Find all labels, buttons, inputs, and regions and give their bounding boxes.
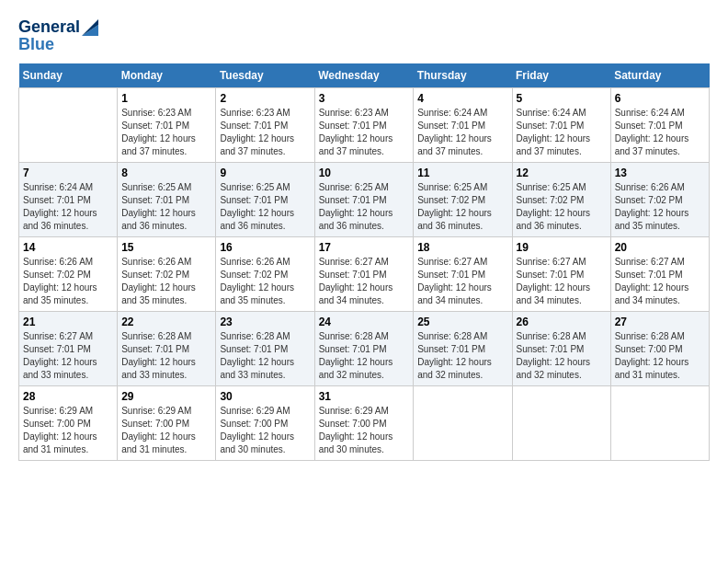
day-info: Sunrise: 6:29 AM Sunset: 7:00 PM Dayligh…: [121, 405, 211, 456]
day-number: 27: [615, 316, 705, 328]
day-info: Sunrise: 6:26 AM Sunset: 7:02 PM Dayligh…: [220, 256, 310, 307]
calendar-cell: 16Sunrise: 6:26 AM Sunset: 7:02 PM Dayli…: [216, 236, 314, 311]
day-info: Sunrise: 6:24 AM Sunset: 7:01 PM Dayligh…: [615, 107, 705, 158]
day-info: Sunrise: 6:29 AM Sunset: 7:00 PM Dayligh…: [319, 405, 410, 456]
day-info: Sunrise: 6:26 AM Sunset: 7:02 PM Dayligh…: [615, 181, 705, 233]
day-info: Sunrise: 6:28 AM Sunset: 7:00 PM Dayligh…: [615, 330, 705, 382]
day-of-week-header: Monday: [118, 63, 216, 88]
day-of-week-header: Thursday: [414, 63, 512, 88]
day-info: Sunrise: 6:28 AM Sunset: 7:01 PM Dayligh…: [319, 330, 410, 382]
day-number: 28: [23, 390, 113, 403]
day-number: 24: [319, 316, 410, 328]
day-number: 31: [319, 390, 410, 403]
calendar-cell: 15Sunrise: 6:26 AM Sunset: 7:02 PM Dayli…: [118, 236, 216, 311]
calendar-cell: [414, 385, 512, 460]
calendar-week-row: 1Sunrise: 6:23 AM Sunset: 7:01 PM Daylig…: [19, 87, 710, 162]
day-info: Sunrise: 6:25 AM Sunset: 7:02 PM Dayligh…: [517, 181, 607, 233]
day-info: Sunrise: 6:27 AM Sunset: 7:01 PM Dayligh…: [517, 256, 607, 307]
page-header: General Blue: [18, 18, 710, 54]
calendar-week-row: 21Sunrise: 6:27 AM Sunset: 7:01 PM Dayli…: [19, 311, 710, 385]
calendar-header: SundayMondayTuesdayWednesdayThursdayFrid…: [19, 63, 710, 88]
calendar-cell: 31Sunrise: 6:29 AM Sunset: 7:00 PM Dayli…: [314, 385, 414, 460]
day-of-week-header: Tuesday: [216, 63, 314, 88]
calendar-cell: 12Sunrise: 6:25 AM Sunset: 7:02 PM Dayli…: [512, 162, 610, 236]
day-info: Sunrise: 6:24 AM Sunset: 7:01 PM Dayligh…: [517, 107, 607, 158]
day-of-week-header: Wednesday: [314, 63, 414, 88]
calendar-body: 1Sunrise: 6:23 AM Sunset: 7:01 PM Daylig…: [19, 87, 710, 460]
logo-blue: Blue: [18, 35, 98, 54]
day-number: 12: [517, 167, 607, 179]
calendar-cell: 26Sunrise: 6:28 AM Sunset: 7:01 PM Dayli…: [512, 311, 610, 385]
day-info: Sunrise: 6:25 AM Sunset: 7:01 PM Dayligh…: [121, 181, 211, 233]
calendar-cell: 2Sunrise: 6:23 AM Sunset: 7:01 PM Daylig…: [216, 87, 314, 162]
calendar-cell: 24Sunrise: 6:28 AM Sunset: 7:01 PM Dayli…: [314, 311, 414, 385]
calendar-cell: 3Sunrise: 6:23 AM Sunset: 7:01 PM Daylig…: [314, 87, 414, 162]
day-number: 10: [319, 167, 410, 179]
day-number: 17: [319, 241, 410, 254]
day-info: Sunrise: 6:29 AM Sunset: 7:00 PM Dayligh…: [23, 405, 113, 456]
day-number: 6: [615, 92, 705, 105]
calendar-cell: 19Sunrise: 6:27 AM Sunset: 7:01 PM Dayli…: [512, 236, 610, 311]
calendar-cell: 23Sunrise: 6:28 AM Sunset: 7:01 PM Dayli…: [216, 311, 314, 385]
day-info: Sunrise: 6:27 AM Sunset: 7:01 PM Dayligh…: [417, 256, 507, 307]
day-info: Sunrise: 6:26 AM Sunset: 7:02 PM Dayligh…: [121, 256, 211, 307]
day-header-row: SundayMondayTuesdayWednesdayThursdayFrid…: [19, 63, 710, 88]
calendar-cell: 28Sunrise: 6:29 AM Sunset: 7:00 PM Dayli…: [19, 385, 118, 460]
day-number: 9: [220, 167, 310, 179]
calendar-cell: 7Sunrise: 6:24 AM Sunset: 7:01 PM Daylig…: [19, 162, 118, 236]
day-of-week-header: Friday: [512, 63, 610, 88]
calendar-cell: 18Sunrise: 6:27 AM Sunset: 7:01 PM Dayli…: [414, 236, 512, 311]
day-info: Sunrise: 6:25 AM Sunset: 7:02 PM Dayligh…: [417, 181, 507, 233]
calendar-cell: 20Sunrise: 6:27 AM Sunset: 7:01 PM Dayli…: [610, 236, 709, 311]
day-number: 13: [615, 167, 705, 179]
day-info: Sunrise: 6:26 AM Sunset: 7:02 PM Dayligh…: [23, 256, 113, 307]
day-number: 14: [23, 241, 113, 254]
day-info: Sunrise: 6:23 AM Sunset: 7:01 PM Dayligh…: [121, 107, 211, 158]
calendar-week-row: 28Sunrise: 6:29 AM Sunset: 7:00 PM Dayli…: [19, 385, 710, 460]
day-number: 7: [23, 167, 113, 179]
calendar-week-row: 7Sunrise: 6:24 AM Sunset: 7:01 PM Daylig…: [19, 162, 710, 236]
day-info: Sunrise: 6:23 AM Sunset: 7:01 PM Dayligh…: [319, 107, 410, 158]
calendar-cell: [610, 385, 709, 460]
day-number: 22: [121, 316, 211, 328]
day-number: 26: [517, 316, 607, 328]
calendar-cell: 6Sunrise: 6:24 AM Sunset: 7:01 PM Daylig…: [610, 87, 709, 162]
logo-text: General: [18, 18, 98, 37]
day-number: 2: [220, 92, 310, 105]
day-number: 25: [417, 316, 507, 328]
day-info: Sunrise: 6:25 AM Sunset: 7:01 PM Dayligh…: [220, 181, 310, 233]
day-number: 11: [417, 167, 507, 179]
day-info: Sunrise: 6:28 AM Sunset: 7:01 PM Dayligh…: [121, 330, 211, 382]
day-number: 20: [615, 241, 705, 254]
logo-icon: [82, 19, 98, 36]
day-info: Sunrise: 6:27 AM Sunset: 7:01 PM Dayligh…: [615, 256, 705, 307]
calendar-cell: [512, 385, 610, 460]
day-info: Sunrise: 6:24 AM Sunset: 7:01 PM Dayligh…: [417, 107, 507, 158]
calendar-cell: 25Sunrise: 6:28 AM Sunset: 7:01 PM Dayli…: [414, 311, 512, 385]
day-number: 5: [517, 92, 607, 105]
day-number: 23: [220, 316, 310, 328]
day-info: Sunrise: 6:28 AM Sunset: 7:01 PM Dayligh…: [517, 330, 607, 382]
day-number: 15: [121, 241, 211, 254]
calendar-week-row: 14Sunrise: 6:26 AM Sunset: 7:02 PM Dayli…: [19, 236, 710, 311]
calendar-cell: 8Sunrise: 6:25 AM Sunset: 7:01 PM Daylig…: [118, 162, 216, 236]
day-number: 18: [417, 241, 507, 254]
day-number: 19: [517, 241, 607, 254]
calendar-cell: 21Sunrise: 6:27 AM Sunset: 7:01 PM Dayli…: [19, 311, 118, 385]
calendar-cell: 5Sunrise: 6:24 AM Sunset: 7:01 PM Daylig…: [512, 87, 610, 162]
calendar-cell: 9Sunrise: 6:25 AM Sunset: 7:01 PM Daylig…: [216, 162, 314, 236]
day-number: 29: [121, 390, 211, 403]
day-info: Sunrise: 6:24 AM Sunset: 7:01 PM Dayligh…: [23, 181, 113, 233]
calendar-cell: 11Sunrise: 6:25 AM Sunset: 7:02 PM Dayli…: [414, 162, 512, 236]
calendar-cell: 27Sunrise: 6:28 AM Sunset: 7:00 PM Dayli…: [610, 311, 709, 385]
day-info: Sunrise: 6:28 AM Sunset: 7:01 PM Dayligh…: [220, 330, 310, 382]
day-number: 4: [417, 92, 507, 105]
day-info: Sunrise: 6:23 AM Sunset: 7:01 PM Dayligh…: [220, 107, 310, 158]
calendar-cell: 29Sunrise: 6:29 AM Sunset: 7:00 PM Dayli…: [118, 385, 216, 460]
logo: General Blue: [18, 18, 98, 54]
calendar-cell: 30Sunrise: 6:29 AM Sunset: 7:00 PM Dayli…: [216, 385, 314, 460]
calendar-cell: 17Sunrise: 6:27 AM Sunset: 7:01 PM Dayli…: [314, 236, 414, 311]
day-of-week-header: Sunday: [19, 63, 118, 88]
day-number: 21: [23, 316, 113, 328]
calendar-table: SundayMondayTuesdayWednesdayThursdayFrid…: [18, 63, 710, 461]
